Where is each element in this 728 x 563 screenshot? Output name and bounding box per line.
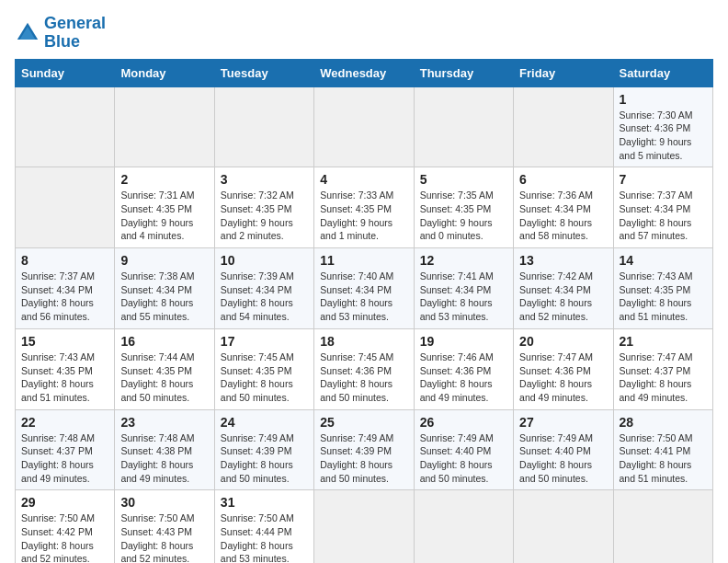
calendar-week-row: 8Sunrise: 7:37 AMSunset: 4:34 PMDaylight… bbox=[16, 248, 713, 329]
calendar-cell: 7Sunrise: 7:37 AMSunset: 4:34 PMDaylight… bbox=[613, 167, 712, 248]
day-info: Sunrise: 7:37 AMSunset: 4:34 PMDaylight:… bbox=[620, 189, 707, 243]
calendar-cell: 26Sunrise: 7:49 AMSunset: 4:40 PMDayligh… bbox=[414, 409, 513, 490]
calendar-cell: 4Sunrise: 7:33 AMSunset: 4:35 PMDaylight… bbox=[314, 167, 414, 248]
day-number: 17 bbox=[221, 334, 308, 349]
day-number: 16 bbox=[120, 334, 208, 349]
calendar-cell bbox=[16, 86, 115, 167]
calendar-cell: 22Sunrise: 7:48 AMSunset: 4:37 PMDayligh… bbox=[16, 409, 115, 490]
day-number: 28 bbox=[620, 415, 707, 430]
logo-text: General Blue bbox=[44, 15, 106, 52]
day-info: Sunrise: 7:43 AMSunset: 4:35 PMDaylight:… bbox=[620, 270, 707, 324]
day-number: 2 bbox=[120, 172, 208, 187]
day-info: Sunrise: 7:50 AMSunset: 4:43 PMDaylight:… bbox=[120, 511, 208, 563]
day-number: 7 bbox=[620, 172, 707, 187]
day-number: 23 bbox=[120, 415, 208, 430]
calendar-cell bbox=[16, 167, 115, 248]
day-number: 25 bbox=[320, 415, 407, 430]
calendar-cell: 11Sunrise: 7:40 AMSunset: 4:34 PMDayligh… bbox=[314, 248, 414, 329]
calendar-cell: 27Sunrise: 7:49 AMSunset: 4:40 PMDayligh… bbox=[514, 409, 613, 490]
day-info: Sunrise: 7:42 AMSunset: 4:34 PMDaylight:… bbox=[519, 270, 607, 324]
calendar-cell: 14Sunrise: 7:43 AMSunset: 4:35 PMDayligh… bbox=[613, 248, 712, 329]
day-info: Sunrise: 7:41 AMSunset: 4:34 PMDaylight:… bbox=[420, 270, 507, 324]
day-info: Sunrise: 7:49 AMSunset: 4:40 PMDaylight:… bbox=[420, 431, 507, 486]
day-number: 26 bbox=[420, 415, 507, 430]
day-info: Sunrise: 7:50 AMSunset: 4:41 PMDaylight:… bbox=[620, 431, 707, 486]
calendar-cell: 3Sunrise: 7:32 AMSunset: 4:35 PMDaylight… bbox=[214, 167, 313, 248]
day-header-friday: Friday bbox=[514, 59, 613, 86]
logo: General Blue bbox=[15, 15, 106, 52]
calendar-cell bbox=[314, 490, 414, 563]
calendar-week-row: 2Sunrise: 7:31 AMSunset: 4:35 PMDaylight… bbox=[16, 167, 713, 248]
calendar-cell: 19Sunrise: 7:46 AMSunset: 4:36 PMDayligh… bbox=[414, 328, 513, 409]
logo-icon bbox=[15, 20, 40, 46]
calendar-cell bbox=[414, 86, 513, 167]
calendar-cell bbox=[314, 86, 414, 167]
calendar-week-row: 22Sunrise: 7:48 AMSunset: 4:37 PMDayligh… bbox=[16, 409, 713, 490]
calendar-cell: 18Sunrise: 7:45 AMSunset: 4:36 PMDayligh… bbox=[314, 328, 414, 409]
day-info: Sunrise: 7:38 AMSunset: 4:34 PMDaylight:… bbox=[120, 270, 208, 324]
day-number: 24 bbox=[221, 415, 308, 430]
day-info: Sunrise: 7:43 AMSunset: 4:35 PMDaylight:… bbox=[21, 350, 108, 405]
calendar-cell: 1Sunrise: 7:30 AMSunset: 4:36 PMDaylight… bbox=[613, 86, 712, 167]
calendar-cell: 10Sunrise: 7:39 AMSunset: 4:34 PMDayligh… bbox=[214, 248, 313, 329]
day-number: 19 bbox=[420, 334, 507, 349]
calendar-cell: 20Sunrise: 7:47 AMSunset: 4:36 PMDayligh… bbox=[514, 328, 613, 409]
day-info: Sunrise: 7:49 AMSunset: 4:39 PMDaylight:… bbox=[221, 431, 308, 486]
calendar-week-row: 1Sunrise: 7:30 AMSunset: 4:36 PMDaylight… bbox=[16, 86, 713, 167]
day-header-tuesday: Tuesday bbox=[214, 59, 313, 86]
day-number: 4 bbox=[320, 172, 407, 187]
calendar-cell: 25Sunrise: 7:49 AMSunset: 4:39 PMDayligh… bbox=[314, 409, 414, 490]
calendar-cell: 24Sunrise: 7:49 AMSunset: 4:39 PMDayligh… bbox=[214, 409, 313, 490]
calendar-header-row: SundayMondayTuesdayWednesdayThursdayFrid… bbox=[16, 59, 713, 86]
day-number: 13 bbox=[519, 253, 607, 268]
day-info: Sunrise: 7:49 AMSunset: 4:39 PMDaylight:… bbox=[320, 431, 407, 486]
day-info: Sunrise: 7:35 AMSunset: 4:35 PMDaylight:… bbox=[420, 189, 507, 243]
day-info: Sunrise: 7:48 AMSunset: 4:38 PMDaylight:… bbox=[120, 431, 208, 486]
day-info: Sunrise: 7:45 AMSunset: 4:36 PMDaylight:… bbox=[320, 350, 407, 405]
calendar-cell bbox=[514, 86, 613, 167]
day-number: 31 bbox=[221, 495, 308, 510]
calendar-cell: 13Sunrise: 7:42 AMSunset: 4:34 PMDayligh… bbox=[514, 248, 613, 329]
calendar-cell bbox=[514, 490, 613, 563]
day-info: Sunrise: 7:33 AMSunset: 4:35 PMDaylight:… bbox=[320, 189, 407, 243]
day-header-sunday: Sunday bbox=[16, 59, 115, 86]
day-number: 20 bbox=[519, 334, 607, 349]
day-info: Sunrise: 7:37 AMSunset: 4:34 PMDaylight:… bbox=[21, 270, 108, 324]
day-info: Sunrise: 7:48 AMSunset: 4:37 PMDaylight:… bbox=[21, 431, 108, 486]
calendar-week-row: 15Sunrise: 7:43 AMSunset: 4:35 PMDayligh… bbox=[16, 328, 713, 409]
day-info: Sunrise: 7:46 AMSunset: 4:36 PMDaylight:… bbox=[420, 350, 507, 405]
day-info: Sunrise: 7:50 AMSunset: 4:42 PMDaylight:… bbox=[21, 511, 108, 563]
calendar-cell: 12Sunrise: 7:41 AMSunset: 4:34 PMDayligh… bbox=[414, 248, 513, 329]
day-number: 6 bbox=[519, 172, 607, 187]
day-number: 5 bbox=[420, 172, 507, 187]
calendar-cell: 5Sunrise: 7:35 AMSunset: 4:35 PMDaylight… bbox=[414, 167, 513, 248]
day-header-monday: Monday bbox=[115, 59, 214, 86]
day-info: Sunrise: 7:47 AMSunset: 4:36 PMDaylight:… bbox=[519, 350, 607, 405]
day-number: 14 bbox=[620, 253, 707, 268]
calendar-cell: 28Sunrise: 7:50 AMSunset: 4:41 PMDayligh… bbox=[613, 409, 712, 490]
day-header-saturday: Saturday bbox=[613, 59, 712, 86]
day-info: Sunrise: 7:39 AMSunset: 4:34 PMDaylight:… bbox=[221, 270, 308, 324]
day-header-thursday: Thursday bbox=[414, 59, 513, 86]
calendar-cell: 21Sunrise: 7:47 AMSunset: 4:37 PMDayligh… bbox=[613, 328, 712, 409]
day-number: 30 bbox=[120, 495, 208, 510]
day-number: 1 bbox=[620, 92, 707, 107]
day-info: Sunrise: 7:40 AMSunset: 4:34 PMDaylight:… bbox=[320, 270, 407, 324]
calendar-cell: 8Sunrise: 7:37 AMSunset: 4:34 PMDaylight… bbox=[16, 248, 115, 329]
calendar-cell: 30Sunrise: 7:50 AMSunset: 4:43 PMDayligh… bbox=[115, 490, 214, 563]
day-info: Sunrise: 7:50 AMSunset: 4:44 PMDaylight:… bbox=[221, 511, 308, 563]
calendar-cell: 17Sunrise: 7:45 AMSunset: 4:35 PMDayligh… bbox=[214, 328, 313, 409]
day-info: Sunrise: 7:45 AMSunset: 4:35 PMDaylight:… bbox=[221, 350, 308, 405]
day-number: 10 bbox=[221, 253, 308, 268]
calendar-cell: 15Sunrise: 7:43 AMSunset: 4:35 PMDayligh… bbox=[16, 328, 115, 409]
day-info: Sunrise: 7:30 AMSunset: 4:36 PMDaylight:… bbox=[620, 109, 707, 163]
day-info: Sunrise: 7:31 AMSunset: 4:35 PMDaylight:… bbox=[120, 189, 208, 243]
calendar-cell: 16Sunrise: 7:44 AMSunset: 4:35 PMDayligh… bbox=[115, 328, 214, 409]
calendar-cell: 9Sunrise: 7:38 AMSunset: 4:34 PMDaylight… bbox=[115, 248, 214, 329]
calendar-cell bbox=[414, 490, 513, 563]
day-number: 27 bbox=[519, 415, 607, 430]
day-number: 15 bbox=[21, 334, 108, 349]
calendar-cell bbox=[613, 490, 712, 563]
calendar-week-row: 29Sunrise: 7:50 AMSunset: 4:42 PMDayligh… bbox=[16, 490, 713, 563]
day-info: Sunrise: 7:44 AMSunset: 4:35 PMDaylight:… bbox=[120, 350, 208, 405]
